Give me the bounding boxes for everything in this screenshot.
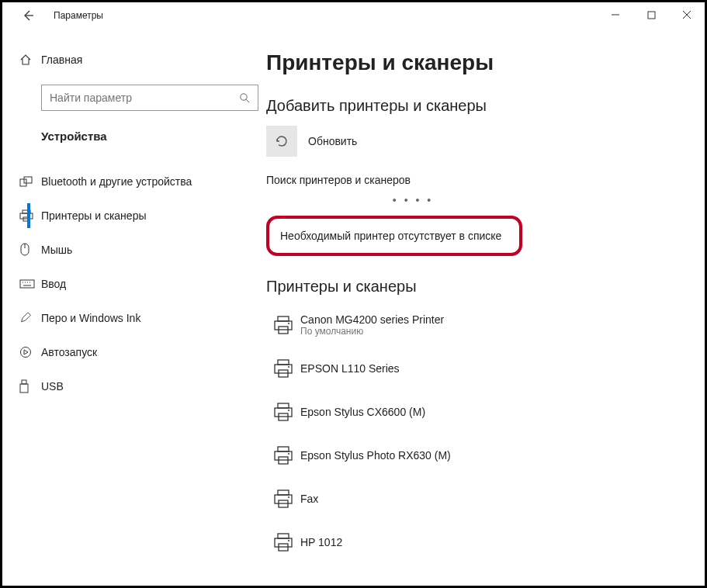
keyboard-icon: [19, 278, 41, 289]
titlebar: Параметры: [2, 2, 705, 29]
content: Принтеры и сканеры Добавить принтеры и с…: [258, 29, 705, 586]
nav-item-label: Bluetooth и другие устройства: [41, 175, 192, 188]
printer-icon: [266, 445, 300, 465]
nav-item-label: Перо и Windows Ink: [41, 312, 140, 324]
autoplay-icon: [19, 346, 41, 358]
devices-icon: [19, 175, 41, 188]
printer-name: Epson Stylus Photo RX630 (M): [300, 449, 451, 462]
search-status: Поиск принтеров и сканеров: [266, 174, 411, 186]
page-title: Принтеры и сканеры: [266, 50, 689, 75]
svg-point-29: [288, 366, 289, 368]
svg-point-25: [288, 323, 289, 324]
back-button[interactable]: [16, 4, 40, 27]
svg-rect-38: [278, 490, 289, 495]
svg-rect-1: [648, 12, 655, 19]
nav-home-label: Главная: [41, 54, 82, 66]
search-input[interactable]: [50, 92, 239, 104]
printer-icon: [19, 209, 41, 222]
svg-point-45: [288, 540, 289, 541]
nav-item-label: Мышь: [41, 244, 72, 256]
refresh-row[interactable]: Обновить: [266, 126, 689, 157]
printer-name: Fax: [300, 493, 318, 505]
section-add: Добавить принтеры и сканеры: [266, 97, 689, 115]
svg-rect-23: [275, 321, 292, 330]
svg-rect-22: [278, 316, 289, 321]
maximize-button[interactable]: [633, 2, 669, 27]
window-title: Параметры: [54, 10, 103, 21]
nav-item-mouse[interactable]: Мышь: [2, 233, 258, 267]
refresh-label: Обновить: [308, 135, 357, 147]
minimize-button[interactable]: [598, 2, 633, 27]
svg-rect-30: [278, 403, 289, 408]
svg-rect-8: [23, 210, 30, 213]
printer-item[interactable]: Epson Stylus Photo RX630 (M): [266, 434, 689, 477]
svg-rect-21: [20, 384, 28, 393]
printer-not-listed-label: Необходимый принтер отсутствует в списке: [280, 230, 501, 242]
close-button[interactable]: [669, 2, 705, 27]
svg-rect-31: [275, 408, 292, 417]
sidebar: Главная Устройства Bluetooth и другие ус…: [2, 29, 258, 586]
nav-item-usb[interactable]: USB: [2, 369, 258, 403]
printer-item[interactable]: HP 1012: [266, 521, 689, 564]
printer-icon: [266, 358, 300, 379]
section-list: Принтеры и сканеры: [266, 278, 689, 296]
svg-rect-9: [20, 213, 33, 219]
nav-home[interactable]: Главная: [2, 46, 258, 74]
nav-item-bluetooth[interactable]: Bluetooth и другие устройства: [2, 164, 258, 199]
printer-item[interactable]: Epson Stylus CX6600 (M): [266, 390, 689, 434]
printer-not-listed-link[interactable]: Необходимый принтер отсутствует в списке: [266, 216, 522, 256]
svg-rect-7: [24, 177, 32, 183]
svg-rect-26: [278, 360, 289, 365]
svg-point-19: [21, 348, 31, 358]
nav-item-label: Принтеры и сканеры: [41, 209, 146, 222]
printer-icon: [266, 532, 300, 552]
loading-indicator: • • • •: [285, 194, 541, 206]
svg-rect-35: [275, 451, 292, 460]
svg-rect-34: [278, 447, 289, 451]
printer-name: HP 1012: [300, 536, 342, 548]
svg-point-4: [241, 94, 247, 100]
mouse-icon: [19, 243, 41, 257]
svg-rect-43: [275, 538, 292, 547]
printer-icon: [266, 402, 300, 422]
svg-point-41: [288, 496, 289, 498]
home-icon: [19, 54, 36, 66]
svg-rect-42: [278, 534, 289, 538]
printer-item[interactable]: EPSON L110 Series: [266, 347, 689, 390]
nav-item-label: Автозапуск: [41, 346, 97, 358]
refresh-icon: [266, 126, 297, 157]
printer-sub: По умолчанию: [300, 326, 444, 337]
nav-item-typing[interactable]: Ввод: [2, 267, 258, 301]
nav-item-label: USB: [41, 380, 64, 393]
nav-item-pen[interactable]: Перо и Windows Ink: [2, 301, 258, 335]
printer-icon: [266, 489, 300, 509]
nav-item-printers[interactable]: Принтеры и сканеры: [2, 199, 258, 233]
svg-rect-39: [275, 495, 292, 503]
nav-item-label: Ввод: [41, 278, 66, 290]
search-box[interactable]: [41, 85, 258, 111]
svg-point-33: [288, 410, 289, 411]
printer-item[interactable]: Canon MG4200 series PrinterПо умолчанию: [266, 303, 689, 347]
search-status-row: Поиск принтеров и сканеров: [266, 174, 689, 186]
nav-item-autoplay[interactable]: Автозапуск: [2, 335, 258, 369]
category-title: Устройства: [2, 111, 258, 146]
svg-point-37: [288, 453, 289, 455]
printer-name: Epson Stylus CX6600 (M): [300, 406, 425, 418]
printer-item[interactable]: Fax: [266, 477, 689, 521]
printer-name: EPSON L110 Series: [300, 362, 400, 375]
usb-icon: [19, 379, 41, 393]
printer-name: Canon MG4200 series Printer: [300, 313, 444, 326]
svg-line-5: [246, 99, 249, 102]
svg-rect-13: [20, 280, 34, 288]
search-icon: [239, 92, 250, 103]
pen-icon: [19, 312, 41, 324]
printer-icon: [266, 315, 300, 335]
svg-rect-27: [275, 365, 292, 373]
svg-rect-20: [22, 380, 26, 384]
